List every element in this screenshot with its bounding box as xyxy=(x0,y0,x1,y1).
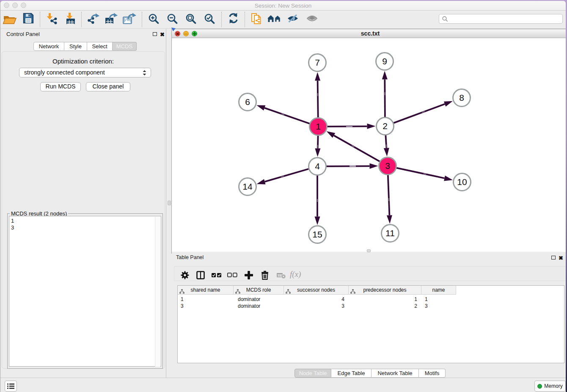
svg-text:14: 14 xyxy=(242,182,253,191)
svg-text:2: 2 xyxy=(383,121,388,131)
svg-text:4: 4 xyxy=(315,161,320,171)
svg-text:7: 7 xyxy=(315,58,320,67)
svg-text:11: 11 xyxy=(385,228,395,238)
svg-text:1: 1 xyxy=(316,121,321,131)
svg-text:9: 9 xyxy=(382,56,387,66)
svg-text:15: 15 xyxy=(312,229,322,239)
svg-text:6: 6 xyxy=(245,97,250,107)
svg-text:3: 3 xyxy=(385,161,390,171)
svg-text:8: 8 xyxy=(459,93,464,102)
svg-text:10: 10 xyxy=(457,177,467,187)
